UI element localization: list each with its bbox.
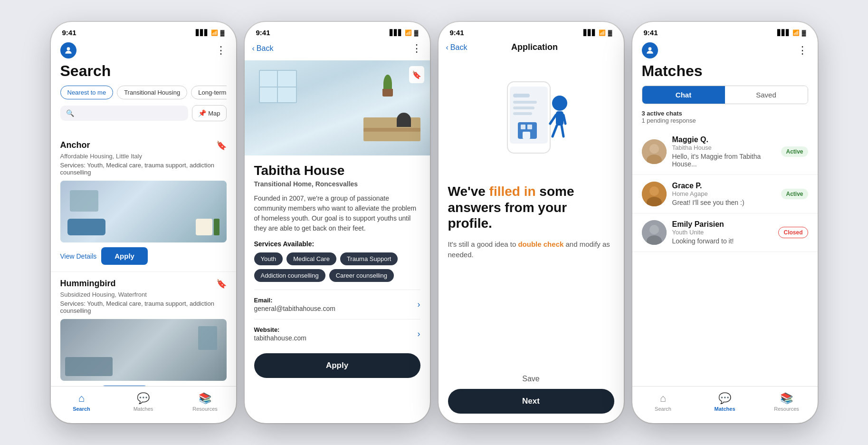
nav-resources-1[interactable]: 📚 Resources bbox=[174, 390, 236, 414]
svg-rect-8 bbox=[521, 125, 525, 129]
tags-row: Youth Medical Care Trauma Support Addict… bbox=[254, 252, 420, 282]
search-input-wrap[interactable]: 🔍 bbox=[60, 106, 189, 121]
search-top-row: ⋮ bbox=[60, 42, 227, 58]
save-button[interactable]: Save bbox=[448, 375, 614, 383]
status-bar-1: 9:41 ▋▋▋ 📶 ▓ bbox=[51, 22, 236, 39]
svg-point-11 bbox=[552, 96, 567, 111]
bookmark-humming[interactable]: 🔖 bbox=[216, 279, 227, 289]
next-button[interactable]: Next bbox=[448, 389, 614, 414]
chat-grace[interactable]: Grace P. Home Agape Great! I'll see you … bbox=[632, 175, 818, 213]
detail-subtitle: Transitional Home, Roncesvalles bbox=[254, 180, 420, 188]
nav-matches-label-4: Matches bbox=[714, 406, 735, 412]
detail-description: Founded in 2007, we're a group of passio… bbox=[254, 193, 420, 233]
resources-icon-4: 📚 bbox=[780, 392, 793, 405]
chat-list: Maggie Q. Tabitha House Hello, it's Magg… bbox=[632, 129, 818, 386]
back-button-detail[interactable]: ‹ Back bbox=[252, 44, 274, 53]
detail-header: ‹ Back ⋮ bbox=[245, 39, 430, 60]
view-details-anchor[interactable]: View Details bbox=[60, 249, 97, 264]
wifi-icon-4: 📶 bbox=[792, 29, 800, 36]
email-row[interactable]: Email: general@tabithahouse.com › bbox=[254, 290, 420, 319]
nav-matches-1[interactable]: 💬 Matches bbox=[113, 390, 174, 414]
battery-icon-4: ▓ bbox=[802, 29, 806, 36]
apply-dark-button[interactable]: Apply bbox=[254, 353, 420, 378]
map-label: Map bbox=[208, 110, 220, 117]
detail-menu-dots[interactable]: ⋮ bbox=[411, 42, 422, 55]
matches-header: ⋮ bbox=[632, 39, 818, 62]
search-content: ⋮ Search Nearest to me Transitional Hous… bbox=[51, 39, 236, 423]
home-icon: ⌂ bbox=[78, 392, 85, 405]
avatar-matches[interactable] bbox=[642, 42, 658, 58]
listing-humming-image bbox=[60, 319, 227, 381]
svg-point-22 bbox=[649, 186, 659, 196]
menu-dots[interactable]: ⋮ bbox=[216, 44, 227, 57]
wifi-icon: 📶 bbox=[211, 29, 218, 36]
listing-humming-top: Hummingbird 🔖 bbox=[60, 279, 227, 289]
map-button[interactable]: 📌 Map bbox=[192, 105, 226, 121]
filter-nearest[interactable]: Nearest to me bbox=[60, 86, 114, 99]
screens-container: 9:41 ▋▋▋ 📶 ▓ ⋮ Search Near bbox=[51, 22, 818, 423]
svg-rect-5 bbox=[513, 106, 534, 109]
screen-application: 9:41 ▋▋▋ 📶 ▓ ‹ Back Application bbox=[439, 22, 624, 423]
tag-medical: Medical Care bbox=[286, 252, 336, 265]
email-value: general@tabithahouse.com bbox=[254, 305, 335, 312]
home-icon-4: ⌂ bbox=[660, 392, 666, 405]
detail-content: ‹ Back ⋮ bbox=[245, 39, 430, 423]
hero-bookmark[interactable]: 🔖 bbox=[409, 66, 424, 83]
status-time-3: 9:41 bbox=[450, 29, 464, 37]
listing-anchor-subtitle: Affordable Housing, Little Italy bbox=[60, 153, 227, 160]
app-actions: Save Next bbox=[448, 375, 614, 414]
tag-addiction: Addiction counselling bbox=[254, 269, 325, 282]
detail-hero-image: 🔖 bbox=[245, 60, 430, 155]
search-header: ⋮ Search Nearest to me Transitional Hous… bbox=[51, 39, 236, 134]
bottom-nav-1: ⌂ Search 💬 Matches 📚 Resources bbox=[51, 386, 236, 423]
search-title: Search bbox=[60, 62, 227, 80]
chat-grace-status: Active bbox=[781, 189, 808, 199]
chat-maggie-org: Tabitha House bbox=[672, 144, 776, 151]
nav-matches-4[interactable]: 💬 Matches bbox=[694, 390, 756, 414]
tab-saved[interactable]: Saved bbox=[725, 86, 808, 104]
chat-maggie[interactable]: Maggie Q. Tabitha House Hello, it's Magg… bbox=[632, 129, 818, 175]
status-time-2: 9:41 bbox=[256, 29, 270, 37]
filter-transitional[interactable]: Transitional Housing bbox=[117, 86, 187, 99]
signal-icon-4: ▋▋▋ bbox=[777, 29, 790, 36]
screen-search: 9:41 ▋▋▋ 📶 ▓ ⋮ Search Near bbox=[51, 22, 236, 423]
back-label: Back bbox=[257, 44, 274, 53]
tab-chat[interactable]: Chat bbox=[642, 86, 725, 104]
avatar-grace bbox=[642, 182, 667, 206]
avatar-emily bbox=[642, 220, 667, 245]
listing-humming-name: Hummingbird bbox=[60, 279, 116, 289]
apply-anchor[interactable]: Apply bbox=[101, 247, 148, 265]
chat-emily-preview: Looking forward to it! bbox=[672, 237, 773, 245]
avatar[interactable] bbox=[60, 42, 76, 58]
matches-menu-dots[interactable]: ⋮ bbox=[797, 44, 808, 57]
email-chevron: › bbox=[418, 300, 420, 310]
chat-emily-name: Emily Parisien bbox=[672, 220, 773, 229]
listing-anchor-actions: View Details Apply bbox=[60, 247, 227, 271]
nav-search-1[interactable]: ⌂ Search bbox=[51, 390, 113, 414]
nav-search-label-4: Search bbox=[655, 406, 671, 412]
chat-grace-name: Grace P. bbox=[672, 182, 776, 190]
search-bar-row: 🔍 📌 Map bbox=[60, 105, 227, 121]
app-page-title: Application bbox=[511, 42, 558, 52]
back-button-app[interactable]: ‹ Back bbox=[446, 43, 467, 52]
battery-icon-2: ▓ bbox=[414, 29, 419, 36]
screen-detail: 9:41 ▋▋▋ 📶 ▓ ‹ Back ⋮ bbox=[245, 22, 430, 423]
status-time-4: 9:41 bbox=[644, 29, 658, 37]
services-label: Services Available: bbox=[254, 240, 420, 248]
website-row[interactable]: Website: tabithahouse.com › bbox=[254, 319, 420, 348]
nav-matches-label: Matches bbox=[134, 406, 153, 412]
signal-icon-2: ▋▋▋ bbox=[390, 29, 402, 36]
nav-search-4[interactable]: ⌂ Search bbox=[632, 390, 694, 414]
chat-maggie-preview: Hello, it's Maggie from Tabitha House... bbox=[672, 153, 776, 168]
screen-matches: 9:41 ▋▋▋ 📶 ▓ ⋮ Matches Chat Saved bbox=[632, 22, 818, 423]
filter-longterm[interactable]: Long-term H... bbox=[191, 86, 226, 99]
bookmark-anchor[interactable]: 🔖 bbox=[216, 140, 227, 151]
back-chevron: ‹ bbox=[252, 44, 255, 53]
nav-resources-4[interactable]: 📚 Resources bbox=[756, 390, 818, 414]
chat-emily[interactable]: Emily Parisien Youth Unite Looking forwa… bbox=[632, 213, 818, 252]
chat-emily-status: Closed bbox=[778, 227, 808, 238]
status-time-1: 9:41 bbox=[62, 29, 76, 37]
matches-title: Matches bbox=[632, 62, 818, 80]
listing-humming-services: Services: Youth, Medical care, trauma su… bbox=[60, 300, 227, 314]
status-icons-2: ▋▋▋ 📶 ▓ bbox=[390, 29, 419, 36]
